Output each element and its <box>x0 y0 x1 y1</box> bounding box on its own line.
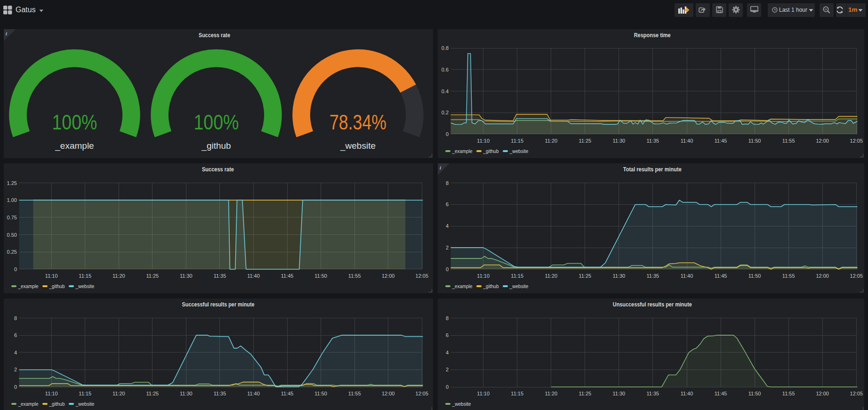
svg-text:11:50: 11:50 <box>748 391 761 396</box>
svg-text:12:00: 12:00 <box>816 391 829 396</box>
svg-text:11:45: 11:45 <box>281 273 294 279</box>
svg-text:2: 2 <box>446 367 449 372</box>
svg-text:11:30: 11:30 <box>613 138 626 144</box>
svg-text:11:10: 11:10 <box>45 391 58 396</box>
svg-text:8: 8 <box>446 180 449 186</box>
svg-text:11:55: 11:55 <box>782 138 795 144</box>
svg-text:0.50: 0.50 <box>7 232 17 238</box>
svg-text:11:55: 11:55 <box>348 273 361 279</box>
svg-text:11:25: 11:25 <box>146 273 159 279</box>
svg-text:11:35: 11:35 <box>214 273 226 279</box>
svg-text:_github: _github <box>483 283 499 289</box>
svg-text:8: 8 <box>446 315 449 321</box>
svg-text:0: 0 <box>14 384 17 390</box>
svg-text:11:40: 11:40 <box>247 391 260 396</box>
svg-text:0: 0 <box>446 384 449 390</box>
svg-text:_website: _website <box>75 283 95 289</box>
svg-text:12:00: 12:00 <box>382 273 395 279</box>
svg-text:100%: 100% <box>194 111 239 134</box>
svg-text:11:10: 11:10 <box>477 391 490 396</box>
svg-text:Successful results per minute: Successful results per minute <box>182 301 255 308</box>
svg-text:_example: _example <box>55 141 94 151</box>
svg-text:0.25: 0.25 <box>7 249 17 255</box>
svg-text:11:45: 11:45 <box>715 138 727 144</box>
svg-text:11:50: 11:50 <box>314 391 327 396</box>
svg-text:1.00: 1.00 <box>7 197 17 203</box>
svg-text:11:20: 11:20 <box>545 138 557 144</box>
svg-text:11:30: 11:30 <box>613 391 626 396</box>
svg-text:78.34%: 78.34% <box>330 111 386 134</box>
svg-text:11:30: 11:30 <box>613 273 626 279</box>
svg-text:12:05: 12:05 <box>416 273 429 279</box>
svg-text:11:50: 11:50 <box>748 138 761 144</box>
svg-text:11:15: 11:15 <box>511 391 523 396</box>
svg-text:_website: _website <box>509 148 529 154</box>
svg-text:11:10: 11:10 <box>477 138 490 144</box>
svg-text:0.75: 0.75 <box>7 215 17 220</box>
svg-text:Unsuccessful results per minut: Unsuccessful results per minute <box>613 301 692 308</box>
svg-text:Response time: Response time <box>634 32 671 39</box>
svg-text:12:05: 12:05 <box>850 391 863 396</box>
svg-text:11:20: 11:20 <box>545 273 557 279</box>
svg-text:12:00: 12:00 <box>816 138 829 144</box>
svg-text:11:25: 11:25 <box>579 391 591 396</box>
svg-text:11:15: 11:15 <box>79 391 91 396</box>
svg-text:11:45: 11:45 <box>715 273 727 279</box>
svg-text:_github: _github <box>483 148 499 154</box>
svg-text:11:50: 11:50 <box>314 273 327 279</box>
svg-text:2: 2 <box>14 367 17 372</box>
svg-text:4: 4 <box>446 223 449 229</box>
svg-text:0: 0 <box>446 131 449 137</box>
svg-text:4: 4 <box>446 350 449 355</box>
svg-text:6: 6 <box>446 201 449 207</box>
svg-text:11:20: 11:20 <box>545 391 557 396</box>
svg-text:0: 0 <box>14 266 17 272</box>
svg-text:11:45: 11:45 <box>715 391 727 396</box>
svg-text:_website: _website <box>509 283 529 289</box>
svg-text:11:20: 11:20 <box>113 273 125 279</box>
svg-text:0.4: 0.4 <box>442 88 449 94</box>
svg-text:6: 6 <box>14 332 17 338</box>
svg-text:_example: _example <box>18 401 39 407</box>
svg-text:11:45: 11:45 <box>281 391 294 396</box>
svg-text:12:05: 12:05 <box>416 391 429 396</box>
svg-text:Success rate: Success rate <box>202 166 234 173</box>
svg-text:1.25: 1.25 <box>7 180 17 186</box>
svg-text:11:10: 11:10 <box>477 273 490 279</box>
svg-text:11:50: 11:50 <box>748 273 761 279</box>
svg-text:11:30: 11:30 <box>180 391 193 396</box>
svg-text:8: 8 <box>14 315 17 321</box>
svg-text:_example: _example <box>452 148 473 154</box>
svg-text:_website: _website <box>452 401 471 407</box>
svg-text:11:15: 11:15 <box>79 273 91 279</box>
svg-text:6: 6 <box>446 332 449 338</box>
svg-text:_example: _example <box>452 283 473 289</box>
svg-text:Success rate: Success rate <box>199 32 230 39</box>
svg-text:12:00: 12:00 <box>382 391 395 396</box>
svg-text:100%: 100% <box>52 111 97 134</box>
svg-text:11:25: 11:25 <box>146 391 159 396</box>
svg-text:2: 2 <box>446 245 449 250</box>
svg-text:11:15: 11:15 <box>511 138 523 144</box>
svg-text:11:35: 11:35 <box>647 138 659 144</box>
svg-text:_github: _github <box>201 141 231 151</box>
svg-text:4: 4 <box>14 350 17 355</box>
svg-text:Total results per minute: Total results per minute <box>623 166 682 173</box>
svg-text:0.8: 0.8 <box>442 45 449 51</box>
svg-text:_website: _website <box>340 141 376 151</box>
svg-text:11:30: 11:30 <box>180 273 193 279</box>
svg-text:11:55: 11:55 <box>782 273 795 279</box>
svg-text:0: 0 <box>446 266 449 272</box>
svg-text:0.2: 0.2 <box>442 110 449 115</box>
svg-text:11:40: 11:40 <box>681 138 693 144</box>
svg-text:12:05: 12:05 <box>850 273 863 279</box>
svg-text:11:40: 11:40 <box>247 273 260 279</box>
svg-text:11:55: 11:55 <box>348 391 361 396</box>
svg-text:_github: _github <box>49 283 65 289</box>
svg-text:11:40: 11:40 <box>681 391 693 396</box>
svg-text:11:10: 11:10 <box>45 273 58 279</box>
svg-text:11:35: 11:35 <box>647 273 659 279</box>
svg-text:11:15: 11:15 <box>511 273 523 279</box>
svg-text:0.6: 0.6 <box>442 67 449 72</box>
svg-text:11:55: 11:55 <box>782 391 795 396</box>
